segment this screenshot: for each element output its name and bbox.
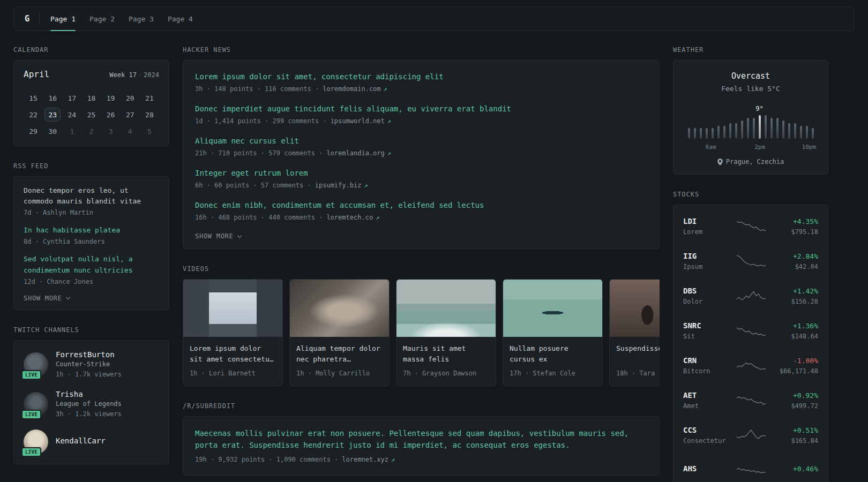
calendar-day: 30	[43, 124, 62, 138]
stock-name: Consectetur	[683, 436, 730, 446]
video-title[interactable]: Aliquam tempor dolor nec pharetra…	[296, 343, 383, 365]
calendar-week-label: Week 17	[109, 71, 137, 79]
weather-bar	[717, 126, 720, 139]
video-body: Mauris sit amet massa felis 7h · Grayson…	[396, 337, 496, 386]
hn-item-title[interactable]: Integer eget rutrum lorem	[195, 168, 647, 179]
twitch-channel-viewers: 1h · 1.7k viewers	[56, 370, 122, 379]
subreddit-post-domain-link[interactable]: loremnet.xyz	[342, 456, 395, 463]
hn-item-stats: 21h · 710 points · 579 comments ·	[195, 149, 323, 157]
stock-values: +0.51% $165.84	[772, 426, 818, 446]
stock-row[interactable]: DBS Dolor +1.42% $156.28	[683, 279, 818, 314]
calendar-widget-title: CALENDAR	[13, 46, 169, 54]
rss-item-title[interactable]: Donec tempor eros leo, ut commodo mauris…	[24, 185, 159, 207]
calendar-widget: CALENDAR April Week 17·2024 151617181920…	[13, 46, 169, 146]
video-card[interactable]: Mauris sit amet massa felis 7h · Grayson…	[396, 279, 496, 386]
top-nav: G Page 1Page 2Page 3Page 4	[13, 6, 855, 31]
twitch-channel[interactable]: LIVE KendallCarr	[24, 430, 159, 454]
page-tabs: Page 1Page 2Page 3Page 4	[50, 7, 193, 31]
twitch-channel[interactable]: LIVE Trisha League of Legends 3h · 1.2k …	[24, 390, 159, 419]
stock-price: $499.72	[772, 401, 818, 411]
twitch-channel[interactable]: LIVE ForrestBurton Counter-Strike 1h · 1…	[24, 350, 159, 379]
stock-row[interactable]: AET Amet +0.92% $499.72	[683, 383, 818, 418]
stock-row[interactable]: CCS Consectetur +0.51% $165.84	[683, 418, 818, 453]
subreddit-post-meta: 19h · 9,932 points · 1,090 comments ·lor…	[195, 455, 647, 464]
chevron-down-icon	[237, 233, 241, 237]
stock-row[interactable]: IIG Ipsum +2.84% $42.04	[683, 244, 818, 279]
twitch-channel-name[interactable]: ForrestBurton	[56, 350, 122, 359]
video-card[interactable]: Lorem ipsum dolor sit amet consectetu… 1…	[183, 279, 283, 386]
video-body: Suspendisse diam 18h · Tara	[610, 337, 660, 386]
hn-item: Lorem ipsum dolor sit amet, consectetur …	[195, 71, 647, 94]
hn-item-domain-link[interactable]: loremtech.co	[326, 214, 379, 221]
videos-row: Lorem ipsum dolor sit amet consectetu… 1…	[183, 279, 660, 386]
twitch-channel-info: KendallCarr	[56, 436, 106, 447]
video-card[interactable]: Nullam posuere cursus ex 17h · Stefan Co…	[503, 279, 603, 386]
stock-price: $42.04	[772, 262, 818, 272]
stock-row[interactable]: SNRC Sit +1.36% $148.64	[683, 314, 818, 349]
hn-item-domain-link[interactable]: loremlandia.org	[326, 149, 391, 157]
video-body: Aliquam tempor dolor nec pharetra… 1h · …	[290, 337, 389, 386]
rss-item-title[interactable]: Sed volutpat nulla nisl, a condimentum n…	[24, 254, 159, 275]
calendar-day: 25	[81, 108, 101, 122]
hn-item: Aliquam nec cursus elit 21h · 710 points…	[195, 135, 647, 158]
video-thumbnail[interactable]	[396, 280, 496, 337]
stock-price: $66,171.48	[772, 366, 818, 376]
page-tab[interactable]: Page 4	[168, 7, 193, 31]
page-tab[interactable]: Page 2	[89, 7, 115, 31]
stock-symbol: AET	[683, 391, 730, 400]
video-thumbnail[interactable]	[183, 280, 282, 337]
video-title[interactable]: Nullam posuere cursus ex	[510, 343, 596, 365]
weather-bar	[735, 123, 737, 139]
subreddit-post-stats: 19h · 9,932 points · 1,090 comments ·	[195, 456, 338, 463]
left-column: CALENDAR April Week 17·2024 151617181920…	[13, 46, 169, 464]
stock-row[interactable]: LDI Lorem +4.35% $795.18	[683, 209, 818, 244]
twitch-channel-name[interactable]: Trisha	[56, 390, 122, 398]
calendar-day: 2	[81, 124, 101, 138]
calendar-day: 4	[121, 124, 140, 138]
calendar-month: April	[24, 69, 49, 79]
hn-item-domain-link[interactable]: ipsumify.biz	[315, 182, 368, 189]
page-tab[interactable]: Page 1	[50, 7, 76, 31]
weather-bar	[747, 118, 749, 139]
page-tab[interactable]: Page 3	[129, 7, 154, 31]
hn-item-domain-link[interactable]: loremdomain.com	[323, 85, 387, 93]
weather-bar	[770, 118, 773, 139]
hn-item-title[interactable]: Aliquam nec cursus elit	[195, 135, 647, 147]
video-title[interactable]: Suspendisse diam	[616, 343, 660, 365]
hn-item-domain-link[interactable]: ipsumworld.net	[331, 117, 391, 125]
stock-sparkline	[737, 322, 766, 340]
stock-name: Lorem	[683, 227, 730, 237]
rss-item: Sed volutpat nulla nisl, a condimentum n…	[24, 254, 159, 286]
video-thumbnail[interactable]	[610, 280, 660, 337]
hn-item-title[interactable]: Lorem ipsum dolor sit amet, consectetur …	[195, 71, 647, 82]
calendar-day: 28	[140, 108, 159, 122]
stock-values: +1.36% $148.64	[772, 322, 818, 341]
calendar-day: 22	[24, 108, 43, 122]
hacker-news-card: Lorem ipsum dolor sit amet, consectetur …	[183, 60, 660, 249]
video-thumbnail[interactable]	[503, 280, 602, 337]
stock-name: Amet	[683, 401, 730, 411]
page-tab-label: Page 2	[89, 15, 115, 23]
twitch-avatar: LIVE	[24, 352, 48, 377]
subreddit-post-title[interactable]: Maecenas mollis pulvinar erat non posuer…	[195, 427, 647, 451]
stock-row[interactable]: AHS +0.46%	[683, 453, 818, 482]
stock-row[interactable]: CRN Bitcorn -1.00% $66,171.48	[683, 349, 818, 383]
video-card[interactable]: Suspendisse diam 18h · Tara	[609, 279, 660, 386]
video-title[interactable]: Lorem ipsum dolor sit amet consectetu…	[190, 343, 276, 365]
rss-item-title[interactable]: In hac habitasse platea	[24, 225, 159, 236]
twitch-channel-name[interactable]: KendallCarr	[56, 436, 106, 445]
stock-values: +2.84% $42.04	[772, 252, 818, 272]
hn-item-title[interactable]: Donec imperdiet augue tincidunt felis al…	[195, 103, 647, 115]
hn-item-title[interactable]: Donec enim nibh, condimentum et accumsan…	[195, 200, 647, 211]
weather-tick: 6am	[706, 144, 716, 150]
calendar-day: 27	[121, 108, 140, 122]
video-card[interactable]: Aliquam tempor dolor nec pharetra… 1h · …	[289, 279, 390, 386]
stock-id: DBS Dolor	[683, 287, 730, 306]
hn-list: Lorem ipsum dolor sit amet, consectetur …	[195, 71, 647, 222]
rss-show-more-button[interactable]: SHOW MORE	[24, 295, 70, 302]
video-title[interactable]: Mauris sit amet massa felis	[403, 343, 489, 365]
calendar-day: 23	[43, 108, 62, 122]
calendar-day: 1	[62, 124, 81, 138]
hn-show-more-button[interactable]: SHOW MORE	[195, 232, 241, 240]
video-thumbnail[interactable]	[290, 280, 389, 337]
